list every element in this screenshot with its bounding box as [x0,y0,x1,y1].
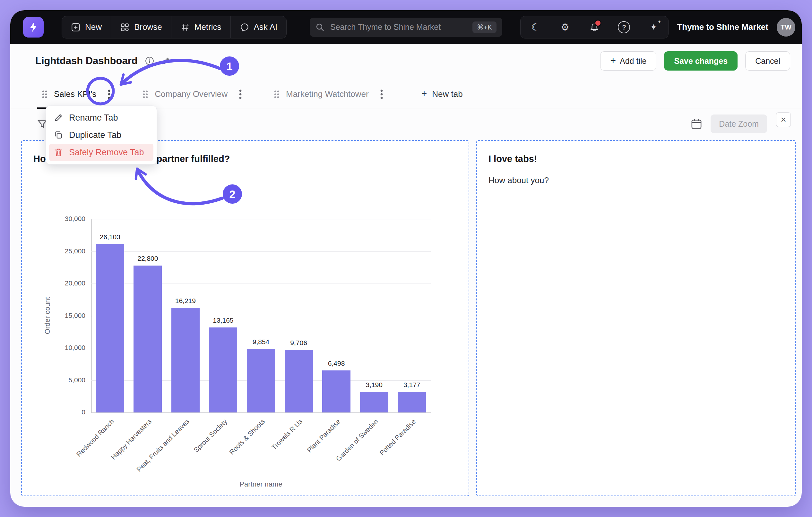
kebab-menu-icon [108,89,111,99]
info-icon [145,56,154,66]
metrics-button[interactable]: Metrics [171,17,230,38]
bar-value-label: 26,103 [81,233,139,241]
bar-value-label: 9,706 [270,339,328,347]
y-tick-label: 10,000 [35,344,85,352]
lightdash-logo[interactable] [23,17,44,37]
x-axis-title: Partner name [91,480,431,488]
ai-sparkles-button[interactable]: ✦✦ [639,17,668,38]
date-zoom-button[interactable]: Date Zoom [710,115,767,133]
sparkles-icon: ✦✦ [650,22,657,32]
close-button[interactable]: × [776,112,791,127]
kebab-menu-icon [239,89,242,99]
global-search[interactable]: ⌘+K [310,18,502,37]
lightning-bolt-icon [28,22,39,33]
gridline [91,219,431,219]
duplicate-tab-label: Duplicate Tab [69,130,121,140]
notifications-button[interactable] [580,17,609,38]
dashboard-header: Lightdash Dashboard +Add tile Save chang… [10,48,802,74]
text-tile-body: How about you? [489,176,549,185]
tab-sales-kpis[interactable]: Sales KPI's [35,80,122,109]
bar-chart: Order count Partner name 05,00010,00015,… [22,141,469,495]
gridline [91,251,431,252]
trash-icon [54,148,63,157]
text-tile[interactable]: I love tabs! How about you? [476,140,796,496]
chart-tile[interactable]: How many orders has each partner fulfill… [21,140,469,496]
rename-dashboard-button[interactable] [162,56,170,65]
rename-tab-menu-item[interactable]: Rename Tab [49,109,153,126]
help-button[interactable]: ? [609,17,639,38]
help-icon: ? [618,21,630,33]
y-tick-label: 30,000 [35,215,85,222]
tab-label: Sales KPI's [54,89,96,99]
drag-handle-icon[interactable] [273,90,280,99]
cancel-button[interactable]: Cancel [745,51,790,70]
new-tab-label: New tab [432,89,463,99]
tab-label: Marketing Watchtower [286,89,369,99]
rename-tab-label: Rename Tab [69,113,118,123]
plus-square-icon [71,23,81,32]
tab-label: Company Overview [155,89,228,99]
chat-bubble-icon [240,23,250,32]
screenshot-stage: New Browse Metrics Ask AI ⌘+K [0,0,812,517]
bar-value-label: 22,800 [119,255,176,262]
add-tile-button[interactable]: +Add tile [600,51,656,70]
plus-icon: + [610,56,616,65]
dark-mode-button[interactable]: ☾ [521,17,550,38]
bar-value-label: 16,219 [156,297,214,305]
new-tab-button[interactable]: + New tab [422,89,463,99]
dashboard-info-button[interactable] [145,56,154,66]
bar-value-label: 3,177 [383,381,441,389]
new-button[interactable]: New [62,17,111,38]
search-shortcut-badge: ⌘+K [472,22,496,33]
grid-icon [120,23,130,32]
bar-value-label: 13,165 [194,316,252,324]
ask-ai-label: Ask AI [254,22,278,32]
y-tick-label: 0 [35,408,85,416]
tab-menu-button-sales-kpis[interactable] [102,87,116,101]
bar-1[interactable] [134,266,162,413]
pencil-icon [162,56,170,65]
user-avatar[interactable]: TW [777,18,795,36]
page-title: Lightdash Dashboard [35,55,138,67]
bar-7[interactable] [360,392,388,413]
settings-button[interactable]: ⚙ [550,17,580,38]
browse-button[interactable]: Browse [111,17,171,38]
bar-8[interactable] [398,392,426,413]
workspace-name[interactable]: Thyme to Shine Market [677,22,768,32]
tab-context-menu: Rename Tab Duplicate Tab Safely Remove T… [46,105,157,164]
navbar-right-cluster: ☾ ⚙ ? ✦✦ Thyme to Shine Market TW [520,16,795,38]
navbar-icon-pill: ☾ ⚙ ? ✦✦ [520,16,669,38]
tab-menu-button-company-overview[interactable] [233,87,248,101]
ask-ai-button[interactable]: Ask AI [230,17,287,38]
browse-label: Browse [134,22,162,32]
main-nav-group: New Browse Metrics Ask AI [62,16,287,38]
save-changes-button[interactable]: Save changes [664,51,737,70]
pencil-icon [54,113,63,123]
remove-tab-menu-item[interactable]: Safely Remove Tab [49,144,153,161]
app-window: New Browse Metrics Ask AI ⌘+K [10,10,802,507]
bar-5[interactable] [285,350,313,413]
bar-0[interactable] [96,244,124,413]
tab-company-overview[interactable]: Company Overview [136,80,253,109]
search-input[interactable] [329,22,467,32]
drag-handle-icon[interactable] [142,90,149,99]
calendar-icon[interactable] [691,118,702,129]
toolbar-right: Date Zoom [682,115,767,133]
gear-icon: ⚙ [561,22,569,33]
x-axis-line [91,413,431,413]
bar-6[interactable] [322,370,350,413]
y-tick-label: 20,000 [35,279,85,287]
y-tick-label: 15,000 [35,312,85,320]
y-tick-label: 25,000 [35,247,85,255]
duplicate-tab-menu-item[interactable]: Duplicate Tab [49,126,153,144]
dashboard-tab-bar: Sales KPI's Company Overview Marketing W… [10,80,802,109]
tab-menu-button-marketing-watchtower[interactable] [375,87,389,101]
bar-4[interactable] [247,349,275,413]
copy-icon [54,130,63,140]
y-tick-label: 5,000 [35,376,85,384]
kebab-menu-icon [380,89,383,99]
text-tile-title: I love tabs! [489,154,537,164]
drag-handle-icon[interactable] [41,90,48,99]
header-actions: +Add tile Save changes Cancel [600,51,790,70]
tab-marketing-watchtower[interactable]: Marketing Watchtower [267,80,395,109]
